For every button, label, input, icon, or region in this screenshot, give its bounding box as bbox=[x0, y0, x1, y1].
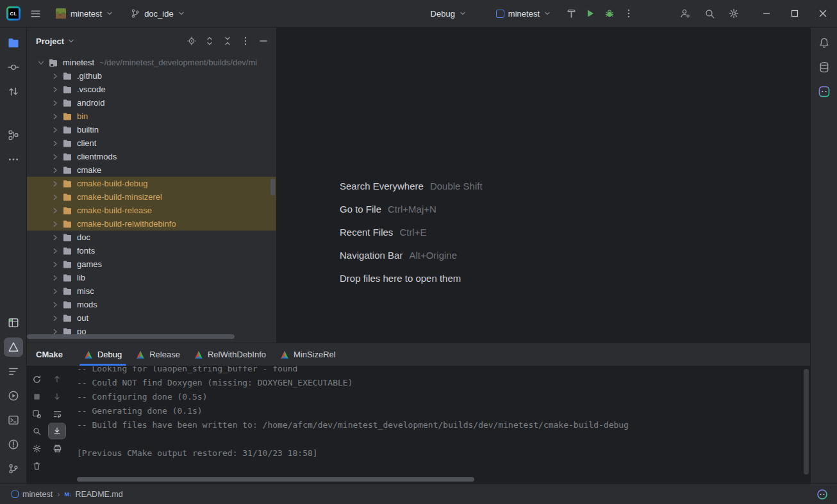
cmake-settings-icon[interactable] bbox=[28, 406, 45, 421]
tree-row-folder[interactable]: lib bbox=[27, 271, 276, 284]
chevron-collapsed-icon[interactable] bbox=[50, 165, 60, 175]
todo-tool-window-icon[interactable] bbox=[4, 362, 23, 381]
chevron-collapsed-icon[interactable] bbox=[50, 125, 60, 135]
scroll-to-end-icon[interactable] bbox=[49, 423, 65, 439]
chevron-collapsed-icon[interactable] bbox=[50, 206, 60, 216]
chevron-collapsed-icon[interactable] bbox=[50, 232, 60, 243]
cmake-profile-tab[interactable]: Release bbox=[129, 343, 187, 366]
tree-row-folder[interactable]: client bbox=[27, 136, 276, 150]
tree-row-folder[interactable]: android bbox=[27, 96, 276, 110]
tree-row-project-root[interactable]: minetest ~/dev/minetest_development/buil… bbox=[27, 56, 276, 69]
ai-assistant-icon[interactable] bbox=[815, 82, 834, 101]
scroll-down-icon[interactable] bbox=[49, 389, 65, 404]
maximize-button[interactable] bbox=[781, 0, 809, 27]
build-type-selector[interactable]: Debug bbox=[427, 4, 470, 23]
chevron-collapsed-icon[interactable] bbox=[50, 179, 60, 189]
notifications-bell-icon[interactable] bbox=[815, 33, 834, 53]
tree-row-folder[interactable]: games bbox=[27, 257, 276, 271]
commit-tool-window-icon[interactable] bbox=[4, 58, 23, 77]
chevron-collapsed-icon[interactable] bbox=[50, 111, 60, 122]
clear-console-icon[interactable] bbox=[28, 458, 45, 473]
code-with-me-icon[interactable] bbox=[675, 4, 695, 23]
tree-row-folder[interactable]: misc bbox=[27, 284, 276, 298]
run-configuration-selector[interactable]: minetest bbox=[492, 4, 555, 23]
reload-cmake-icon[interactable] bbox=[28, 371, 45, 387]
cmake-profile-tab[interactable]: Debug bbox=[77, 343, 129, 366]
settings-gear-icon[interactable] bbox=[724, 4, 743, 23]
run-tool-window-icon[interactable] bbox=[4, 386, 23, 405]
structure-tool-window-icon[interactable] bbox=[4, 126, 23, 145]
tree-row-folder[interactable]: doc bbox=[27, 231, 276, 244]
project-tool-window-icon[interactable] bbox=[4, 33, 23, 53]
tree-row-folder[interactable]: fonts bbox=[27, 244, 276, 257]
pull-requests-icon[interactable] bbox=[4, 82, 23, 101]
tree-row-folder[interactable]: .github bbox=[27, 69, 276, 83]
editor-area[interactable]: Search Everywhere Double Shift Go to Fil… bbox=[277, 28, 810, 343]
branch-selector[interactable]: doc_ide bbox=[126, 4, 189, 23]
chevron-collapsed-icon[interactable] bbox=[50, 192, 60, 202]
tree-row-folder[interactable]: builtin bbox=[27, 123, 276, 136]
cmake-profile-tab[interactable]: MinSizeRel bbox=[273, 343, 343, 366]
clion-logo-icon[interactable]: CL bbox=[6, 6, 21, 20]
more-tool-windows-icon[interactable] bbox=[4, 150, 23, 169]
chevron-collapsed-icon[interactable] bbox=[50, 286, 60, 297]
version-control-tool-window-icon[interactable] bbox=[4, 459, 23, 478]
ai-status-icon[interactable] bbox=[816, 489, 828, 500]
chevron-expanded-icon[interactable] bbox=[36, 58, 46, 68]
terminal-tool-window-icon[interactable] bbox=[4, 411, 23, 430]
collapse-all-icon[interactable] bbox=[220, 33, 235, 49]
chevron-collapsed-icon[interactable] bbox=[50, 98, 60, 108]
soft-wrap-icon[interactable] bbox=[49, 406, 65, 421]
project-horizontal-scrollbar[interactable] bbox=[27, 334, 235, 339]
cmake-console[interactable]: -- Looking for luaopen_string_buffer - f… bbox=[68, 366, 810, 484]
table-view-icon[interactable] bbox=[4, 313, 23, 332]
project-panel-title[interactable]: Project bbox=[36, 37, 75, 46]
scroll-up-icon[interactable] bbox=[49, 371, 65, 387]
chevron-collapsed-icon[interactable] bbox=[50, 71, 60, 81]
chevron-collapsed-icon[interactable] bbox=[50, 246, 60, 256]
print-icon[interactable] bbox=[49, 441, 65, 456]
close-button[interactable] bbox=[809, 0, 837, 27]
find-icon[interactable] bbox=[28, 423, 45, 439]
project-vertical-scrollbar[interactable] bbox=[270, 179, 275, 195]
chevron-collapsed-icon[interactable] bbox=[50, 273, 60, 283]
tree-row-folder[interactable]: cmake-build-minsizerel bbox=[27, 190, 276, 204]
tree-row-folder[interactable]: clientmods bbox=[27, 150, 276, 163]
chevron-collapsed-icon[interactable] bbox=[50, 138, 60, 149]
debug-button[interactable] bbox=[600, 4, 619, 23]
minimize-button[interactable] bbox=[752, 0, 781, 27]
search-everywhere-icon[interactable] bbox=[700, 4, 719, 23]
tree-row-folder[interactable]: cmake-build-debug bbox=[27, 177, 276, 190]
hide-panel-icon[interactable] bbox=[256, 33, 271, 49]
chevron-collapsed-icon[interactable] bbox=[50, 259, 60, 270]
breadcrumb-file[interactable]: M↓ README.md bbox=[64, 490, 122, 499]
chevron-collapsed-icon[interactable] bbox=[50, 152, 60, 162]
select-opened-file-icon[interactable] bbox=[184, 33, 199, 49]
panel-options-icon[interactable] bbox=[238, 33, 253, 49]
tree-row-folder[interactable]: out bbox=[27, 311, 276, 325]
console-vertical-scrollbar[interactable] bbox=[804, 369, 809, 475]
main-menu-icon[interactable] bbox=[26, 4, 45, 23]
chevron-collapsed-icon[interactable] bbox=[50, 313, 60, 323]
project-selector[interactable]: minetest bbox=[51, 4, 117, 23]
tree-row-folder[interactable]: mods bbox=[27, 298, 276, 311]
stop-icon[interactable] bbox=[28, 389, 45, 404]
chevron-collapsed-icon[interactable] bbox=[50, 219, 60, 229]
console-horizontal-scrollbar[interactable] bbox=[77, 477, 474, 482]
breadcrumb-project[interactable]: minetest bbox=[12, 490, 53, 499]
tree-row-folder[interactable]: .vscode bbox=[27, 83, 276, 96]
problems-tool-window-icon[interactable] bbox=[4, 435, 23, 454]
cmake-profile-tab[interactable]: RelWithDebInfo bbox=[187, 343, 273, 366]
tree-row-folder[interactable]: cmake bbox=[27, 163, 276, 177]
tree-row-folder[interactable]: bin bbox=[27, 110, 276, 123]
console-settings-icon[interactable] bbox=[28, 441, 45, 456]
run-button[interactable] bbox=[581, 4, 600, 23]
build-icon[interactable] bbox=[561, 4, 581, 23]
chevron-collapsed-icon[interactable] bbox=[50, 85, 60, 95]
more-actions-icon[interactable] bbox=[619, 4, 638, 23]
tree-row-folder[interactable]: cmake-build-relwithdebinfo bbox=[27, 217, 276, 231]
tree-row-folder[interactable]: cmake-build-release bbox=[27, 204, 276, 217]
database-tool-window-icon[interactable] bbox=[815, 58, 834, 77]
cmake-tool-window-icon[interactable] bbox=[4, 337, 23, 357]
expand-all-icon[interactable] bbox=[202, 33, 217, 49]
